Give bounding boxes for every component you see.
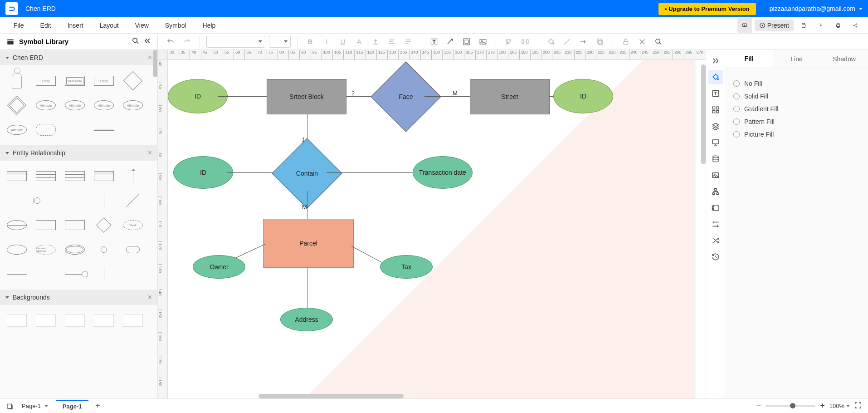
shape-half-ell[interactable] xyxy=(4,214,30,236)
shape-plain-rect2[interactable] xyxy=(62,214,88,236)
find-button[interactable] xyxy=(652,35,665,48)
node-face[interactable]: Face xyxy=(381,72,431,122)
page-list-icon[interactable] xyxy=(6,403,14,410)
zoom-out-button[interactable]: − xyxy=(756,401,761,411)
section-entity-relationship[interactable]: Entity Relationship × xyxy=(0,145,157,161)
print-button[interactable] xyxy=(831,18,845,33)
shape-attribute[interactable]: Attribute xyxy=(33,94,59,116)
section-chen-erd[interactable]: Chen ERD × xyxy=(0,50,157,65)
shape-table1[interactable] xyxy=(4,165,30,187)
shape-weak-entity[interactable]: Weak Entity xyxy=(62,70,88,92)
zoom-in-button[interactable]: + xyxy=(820,401,825,411)
fill-option-picture[interactable]: Picture Fill xyxy=(733,131,860,138)
canvas-scrollbar-v[interactable] xyxy=(701,64,706,164)
canvas-scrollbar-h[interactable] xyxy=(258,394,404,398)
add-page-button[interactable]: + xyxy=(93,401,103,411)
search-icon[interactable] xyxy=(132,37,139,46)
layers-tool-icon[interactable] xyxy=(708,119,723,133)
node-transaction-date[interactable]: Transaction date xyxy=(413,156,473,189)
font-size-select[interactable] xyxy=(269,36,291,48)
node-street-block[interactable]: Srteet Block xyxy=(267,79,346,114)
highlight-button[interactable] xyxy=(369,35,382,48)
expand-panel-button[interactable] xyxy=(708,54,723,68)
shape-plain-ell[interactable] xyxy=(4,239,30,261)
container-button[interactable] xyxy=(460,35,473,48)
history-tool-icon[interactable] xyxy=(708,250,723,264)
shape-circle-line[interactable] xyxy=(33,190,59,211)
zoom-slider[interactable] xyxy=(766,405,815,407)
node-tax[interactable]: Tax xyxy=(380,255,433,279)
group-tool-icon[interactable] xyxy=(708,103,723,117)
align-left-button[interactable] xyxy=(502,35,515,48)
share-button[interactable] xyxy=(848,18,863,33)
shadow-button[interactable] xyxy=(594,35,606,48)
shape-entity[interactable]: Entity xyxy=(33,70,59,92)
menu-edit[interactable]: Edit xyxy=(32,19,59,32)
align-h-button[interactable] xyxy=(385,35,398,48)
shape-relationship2[interactable] xyxy=(4,94,30,116)
present-tool-icon[interactable] xyxy=(708,135,723,150)
shape-attribute3[interactable]: Attribute xyxy=(91,94,117,116)
line-style-button[interactable] xyxy=(561,35,574,48)
text-tool-icon[interactable] xyxy=(708,86,723,101)
bold-button[interactable]: B xyxy=(304,35,317,48)
sitemap-tool-icon[interactable] xyxy=(708,184,723,199)
image-button[interactable] xyxy=(477,35,489,48)
shape-plain-rect[interactable] xyxy=(33,214,59,236)
sidebar-scrollbar[interactable] xyxy=(153,50,157,77)
bg-3[interactable] xyxy=(62,310,88,331)
menu-help[interactable]: Help xyxy=(195,19,224,32)
shape-attribute5[interactable]: Attribute xyxy=(4,119,30,141)
shape-rrect[interactable] xyxy=(120,239,146,261)
shape-attribute2[interactable]: Attribute xyxy=(62,94,88,116)
shape-person[interactable] xyxy=(4,70,30,92)
section-backgrounds[interactable]: Backgrounds × xyxy=(0,290,157,305)
database-tool-icon[interactable] xyxy=(708,152,723,166)
collapse-icon[interactable] xyxy=(144,37,151,46)
component-tool-icon[interactable] xyxy=(708,201,723,215)
crop-tool-icon[interactable] xyxy=(708,217,723,231)
zoom-value[interactable]: 100% xyxy=(829,403,850,409)
node-id2[interactable]: ID xyxy=(553,79,613,113)
shape-table3[interactable] xyxy=(62,165,88,187)
close-icon[interactable]: × xyxy=(148,293,152,301)
menu-layout[interactable]: Layout xyxy=(92,19,127,32)
textbox-button[interactable]: T xyxy=(428,35,440,48)
present-button[interactable]: Present xyxy=(755,20,794,31)
bg-2[interactable] xyxy=(33,310,59,331)
menu-view[interactable]: View xyxy=(127,19,157,32)
arrow-style-button[interactable] xyxy=(577,35,590,48)
shape-plain-diam[interactable] xyxy=(91,214,117,236)
tab-shadow[interactable]: Shadow xyxy=(820,50,868,68)
tab-line[interactable]: Line xyxy=(773,50,820,68)
bg-5[interactable] xyxy=(120,310,146,331)
fill-option-nofill[interactable]: No Fill xyxy=(733,80,860,87)
shuffle-tool-icon[interactable] xyxy=(708,233,723,248)
account-menu[interactable]: pizzaaandparatha@gmail.com xyxy=(770,5,863,12)
shape-vline3[interactable] xyxy=(91,190,117,211)
font-family-select[interactable] xyxy=(206,36,265,48)
fill-option-solid[interactable]: Solid Fill xyxy=(733,93,860,100)
bg-1[interactable] xyxy=(4,310,30,331)
fill-tool-icon[interactable] xyxy=(708,70,723,84)
fullscreen-button[interactable] xyxy=(854,402,862,410)
app-logo-icon[interactable]: ⊃ xyxy=(5,2,18,15)
upgrade-premium-button[interactable]: • Upgrade to Premium Version xyxy=(658,3,756,15)
fill-option-pattern[interactable]: Pattern Fill xyxy=(733,118,860,125)
undo-button[interactable] xyxy=(164,35,177,48)
shape-small-circ[interactable] xyxy=(91,239,117,261)
redo-button[interactable] xyxy=(180,35,193,48)
shape-entity2[interactable]: Entity xyxy=(91,70,117,92)
shape-relationship[interactable] xyxy=(120,70,146,92)
save-button[interactable] xyxy=(796,18,811,33)
shape-double-ell[interactable] xyxy=(62,239,88,261)
fill-button[interactable] xyxy=(545,35,557,48)
font-color-button[interactable]: A xyxy=(353,35,366,48)
slideshow-button[interactable] xyxy=(737,18,752,33)
fill-option-gradient[interactable]: Gradient Fill xyxy=(733,105,860,113)
shape-table4[interactable] xyxy=(91,165,117,187)
picture-tool-icon[interactable] xyxy=(708,168,723,182)
shape-vline2[interactable] xyxy=(62,190,88,211)
tools-button[interactable] xyxy=(636,35,649,48)
bg-4[interactable] xyxy=(91,310,117,331)
